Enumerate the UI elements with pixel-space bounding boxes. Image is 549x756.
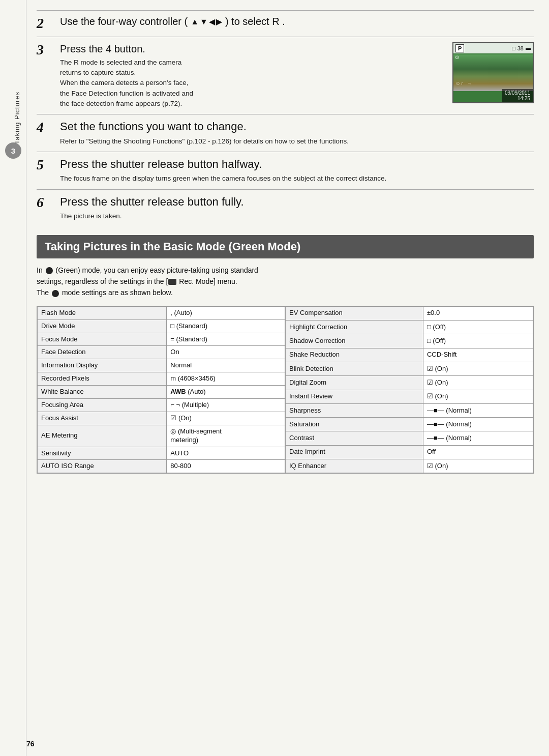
step-3-number: 3: [37, 42, 55, 58]
arrow-up: ▲: [191, 17, 199, 26]
setting-value: ☑ (On): [423, 376, 533, 390]
table-row: AE Metering◎ (Multi-segmentmetering): [38, 425, 285, 447]
intro-line-2: settings, regardless of the settings in …: [37, 277, 237, 285]
setting-label: Flash Mode: [38, 306, 167, 319]
settings-table-left: Flash Mode, (Auto)Drive Mode□ (Standard)…: [37, 306, 285, 474]
setting-label: AE Metering: [38, 425, 167, 447]
step-3-body-2: returns to capture status.: [60, 68, 442, 78]
camera-battery-icon: ▬: [526, 45, 531, 51]
step-5-title: Press the shutter release button halfway…: [60, 157, 534, 172]
camera-count: 38: [517, 45, 524, 51]
setting-label: Shake Reduction: [286, 348, 423, 362]
intro-line-1: In (Green) mode, you can enjoy easy pict…: [37, 266, 258, 274]
sidebar-chapter-number: 3: [5, 142, 21, 159]
step-3-row: 3 Press the 4 button. The R mode is sele…: [37, 37, 534, 114]
step-2-title-pre: Use the four-way controller (: [60, 16, 188, 27]
setting-value: ◎ (Multi-segmentmetering): [167, 425, 285, 447]
step-3-text: Press the 4 button. The R mode is select…: [60, 42, 442, 109]
setting-value: 80-800: [167, 460, 285, 473]
step-5-row: 5 Press the shutter release button halfw…: [37, 152, 534, 189]
step-4-body: Refer to "Setting the Shooting Functions…: [60, 136, 534, 147]
camera-image-area: ⊙ r ¬: [453, 54, 533, 91]
setting-value: m (4608×3456): [167, 372, 285, 386]
setting-label: EV Compensation: [286, 306, 423, 320]
page-number: 76: [26, 740, 35, 748]
green-mode-icon: [46, 267, 53, 274]
table-row: Instant Review☑ (On): [286, 390, 533, 403]
setting-label: Highlight Correction: [286, 321, 423, 334]
step-4-number: 4: [37, 120, 55, 135]
setting-value: ☑ (On): [167, 412, 285, 425]
table-row: Saturation—■— (Normal): [286, 418, 533, 431]
setting-label: Blink Detection: [286, 362, 423, 375]
table-row: Contrast—■— (Normal): [286, 431, 533, 445]
step-2-number: 2: [37, 16, 55, 32]
setting-label: AUTO ISO Range: [38, 460, 167, 473]
step-6-row: 6 Press the shutter release button fully…: [37, 189, 534, 227]
setting-value: = (Standard): [167, 333, 285, 346]
arrow-down: ▼: [200, 17, 208, 26]
main-content: 2 Use the four-way controller ( ▲ ▼ ◀ ▶ …: [26, 0, 549, 756]
setting-value: —■— (Normal): [423, 418, 533, 431]
table-row: Drive Mode□ (Standard): [38, 319, 285, 333]
arrow-left: ◀: [209, 17, 215, 26]
table-row: Digital Zoom☑ (On): [286, 376, 533, 390]
step-2-row: 2 Use the four-way controller ( ▲ ▼ ◀ ▶ …: [37, 10, 534, 37]
step-5-number: 5: [37, 157, 55, 173]
setting-value: ±0.0: [423, 306, 533, 320]
setting-value: ☑ (On): [423, 362, 533, 375]
setting-label: Focus Assist: [38, 412, 167, 425]
table-row: Information DisplayNormal: [38, 359, 285, 372]
camera-top-bar: P □ 38 ▬: [453, 43, 533, 53]
step-6-content: Press the shutter release button fully. …: [60, 195, 534, 222]
step-3-inner: Press the 4 button. The R mode is select…: [60, 42, 534, 109]
step-3-content: Press the 4 button. The R mode is select…: [60, 42, 534, 109]
camera-rec-icon: [168, 279, 176, 285]
setting-label: Instant Review: [286, 390, 423, 403]
step-6-body: The picture is taken.: [60, 211, 534, 221]
setting-value: ☑ (On): [423, 459, 533, 473]
green-mode-icon-2: [52, 290, 59, 297]
camera-image-detail: ⊙ r ¬: [456, 81, 471, 86]
table-row: Highlight Correction□ (Off): [286, 321, 533, 334]
table-row: IQ Enhancer☑ (On): [286, 459, 533, 473]
step-3-body-4: the Face Detection function is activated…: [60, 89, 442, 99]
step-3-title: Press the 4 button.: [60, 42, 442, 55]
settings-table-container: Flash Mode, (Auto)Drive Mode□ (Standard)…: [37, 306, 534, 474]
step-5-content: Press the shutter release button halfway…: [60, 157, 534, 184]
page-container: 3 Taking Pictures 2 Use the four-way con…: [0, 0, 549, 756]
setting-value: On: [167, 346, 285, 359]
camera-icon-1: ⊙: [455, 54, 459, 60]
setting-label: Face Detection: [38, 346, 167, 359]
step-5-body: The focus frame on the display turns gre…: [60, 173, 534, 184]
table-row: Focus Mode= (Standard): [38, 333, 285, 346]
setting-value: □ (Off): [423, 321, 533, 334]
setting-label: Sharpness: [286, 403, 423, 417]
setting-label: Focusing Area: [38, 398, 167, 412]
step-3-body: The R mode is selected and the camera re…: [60, 57, 442, 109]
camera-mode-p: P: [455, 44, 464, 52]
table-row: Focus Assist☑ (On): [38, 412, 285, 425]
setting-label: Recorded Pixels: [38, 372, 167, 386]
setting-value: □ (Standard): [167, 319, 285, 333]
table-row: Focusing Area⌐ ¬ (Multiple): [38, 398, 285, 412]
step-6-number: 6: [37, 195, 55, 211]
setting-label: Contrast: [286, 431, 423, 445]
controller-arrows: ▲ ▼ ◀ ▶: [191, 17, 222, 26]
step-3-body-5: the face detection frame appears (p.72).: [60, 99, 442, 109]
camera-left-icons: ⊙: [455, 54, 459, 60]
setting-label: IQ Enhancer: [286, 459, 423, 473]
camera-frame-icon: □: [512, 45, 515, 51]
setting-label: Sensitivity: [38, 447, 167, 460]
table-row: Face DetectionOn: [38, 346, 285, 359]
setting-value: —■— (Normal): [423, 431, 533, 445]
table-row: Blink Detection☑ (On): [286, 362, 533, 375]
table-row: Recorded Pixelsm (4608×3456): [38, 372, 285, 386]
arrow-right: ▶: [216, 17, 222, 26]
setting-value: Off: [423, 445, 533, 459]
setting-label: Information Display: [38, 359, 167, 372]
step-2-title-post: ) to select R .: [225, 16, 285, 27]
camera-display: P □ 38 ▬ ⊙ r ¬ ⊙: [452, 42, 534, 103]
setting-value: AUTO: [167, 447, 285, 460]
section-heading: Taking Pictures in the Basic Mode (Green…: [37, 235, 534, 258]
